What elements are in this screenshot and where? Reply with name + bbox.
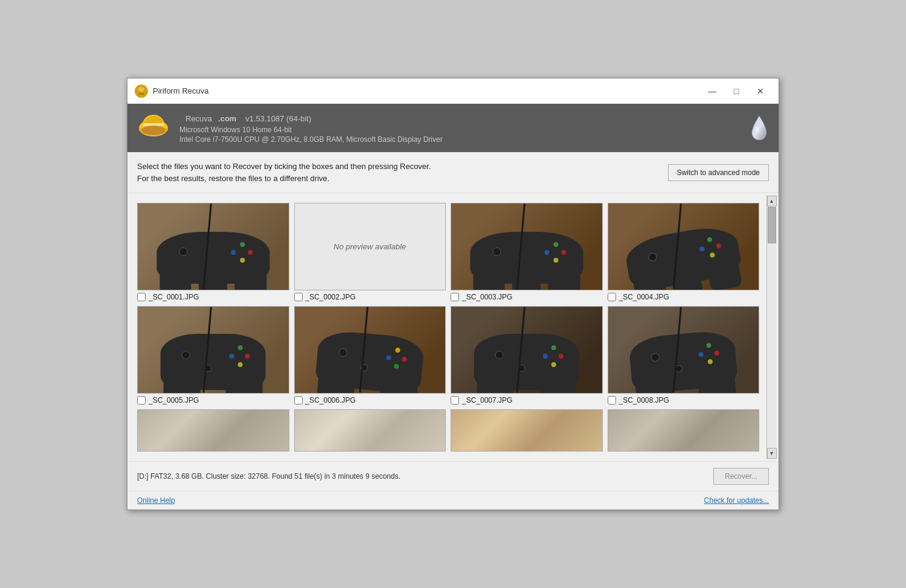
header-os: Microsoft Windows 10 Home 64-bit — [179, 126, 751, 134]
window-title: Piriform Recuva — [153, 86, 701, 95]
thumbnail-1 — [137, 203, 289, 290]
recover-button[interactable]: Recover... — [713, 468, 769, 485]
thumbnail-5 — [137, 306, 289, 394]
file-checkbox-3[interactable] — [451, 293, 459, 301]
instruction-bar: Select the files you want to Recover by … — [127, 152, 779, 193]
svg-rect-2 — [138, 93, 144, 95]
scroll-up-button[interactable]: ▲ — [767, 196, 777, 206]
scroll-down-button[interactable]: ▼ — [767, 448, 777, 459]
list-item: _SC_0006.JPG — [292, 304, 449, 407]
content-area: _SC_0001.JPG No preview available _SC_00… — [127, 193, 779, 461]
thumbnail-12 — [608, 409, 760, 452]
file-checkbox-4[interactable] — [608, 293, 616, 301]
file-label-4: _SC_0004.JPG — [608, 293, 760, 301]
list-item — [605, 407, 762, 454]
thumbnail-9 — [137, 409, 289, 452]
list-item: No preview available _SC_0002.JPG — [292, 200, 449, 304]
app-logo — [137, 111, 171, 145]
thumbnail-7 — [451, 306, 603, 394]
close-button[interactable]: ✕ — [750, 83, 771, 99]
thumbnail-6 — [294, 306, 446, 394]
maximize-button[interactable]: □ — [725, 83, 747, 99]
header-bar: Recuva.com v1.53.1087 (64-bit) Microsoft… — [127, 104, 779, 152]
thumbnail-2: No preview available — [294, 203, 446, 290]
scroll-track — [767, 244, 776, 448]
thumbnail-4 — [608, 203, 760, 290]
minimize-button[interactable]: — — [701, 83, 723, 99]
file-checkbox-6[interactable] — [294, 396, 303, 404]
file-checkbox-1[interactable] — [137, 293, 146, 301]
file-checkbox-7[interactable] — [451, 396, 459, 404]
switch-mode-button[interactable]: Switch to advanced mode — [668, 164, 769, 181]
file-checkbox-2[interactable] — [294, 293, 303, 301]
instruction-text: Select the files you want to Recover by … — [137, 161, 431, 184]
list-item: _SC_0005.JPG — [135, 304, 292, 407]
file-checkbox-5[interactable] — [137, 396, 146, 404]
thumbnail-8 — [608, 306, 760, 394]
main-window: Piriform Recuva — □ ✕ Recuva — [127, 78, 779, 510]
recuva-droplet-icon — [751, 115, 769, 141]
file-label-6: _SC_0006.JPG — [294, 396, 446, 404]
file-label-3: _SC_0003.JPG — [451, 293, 603, 301]
status-bar: [D:] FAT32, 3.68 GB. Cluster size: 32768… — [127, 461, 779, 491]
list-item: _SC_0008.JPG — [605, 304, 762, 407]
header-info: Recuva.com v1.53.1087 (64-bit) Microsoft… — [179, 112, 751, 144]
thumbnail-10 — [294, 409, 446, 452]
status-text: [D:] FAT32, 3.68 GB. Cluster size: 32768… — [137, 472, 400, 481]
window-controls: — □ ✕ — [701, 83, 771, 99]
list-item — [135, 407, 292, 454]
app-icon — [135, 85, 148, 98]
list-item — [292, 407, 449, 454]
file-grid-container: _SC_0001.JPG No preview available _SC_00… — [130, 196, 766, 459]
file-label-5: _SC_0005.JPG — [137, 396, 289, 404]
thumbnail-11 — [451, 409, 603, 452]
footer-bar: Online Help Check for updates... — [127, 491, 779, 510]
header-hardware: Intel Core i7-7500U CPU @ 2.70GHz, 8.0GB… — [179, 135, 751, 144]
list-item: _SC_0001.JPG — [135, 200, 292, 304]
online-help-link[interactable]: Online Help — [137, 496, 175, 505]
file-label-8: _SC_0008.JPG — [608, 396, 760, 404]
svg-point-8 — [141, 126, 165, 135]
list-item: _SC_0007.JPG — [448, 304, 605, 407]
file-checkbox-8[interactable] — [608, 396, 616, 404]
file-grid: _SC_0001.JPG No preview available _SC_00… — [135, 200, 762, 454]
scroll-thumb[interactable] — [768, 207, 776, 243]
list-item — [448, 407, 605, 454]
check-updates-link[interactable]: Check for updates... — [704, 496, 769, 505]
scrollbar: ▲ ▼ — [766, 196, 776, 459]
title-bar: Piriform Recuva — □ ✕ — [127, 78, 779, 104]
file-label-1: _SC_0001.JPG — [137, 293, 289, 301]
svg-point-1 — [138, 87, 144, 92]
list-item: _SC_0004.JPG — [605, 200, 762, 304]
thumbnail-3 — [451, 203, 603, 290]
list-item: _SC_0003.JPG — [448, 200, 605, 304]
app-name: Recuva.com v1.53.1087 (64-bit) — [179, 112, 751, 124]
file-label-2: _SC_0002.JPG — [294, 293, 446, 301]
file-label-7: _SC_0007.JPG — [451, 396, 603, 404]
